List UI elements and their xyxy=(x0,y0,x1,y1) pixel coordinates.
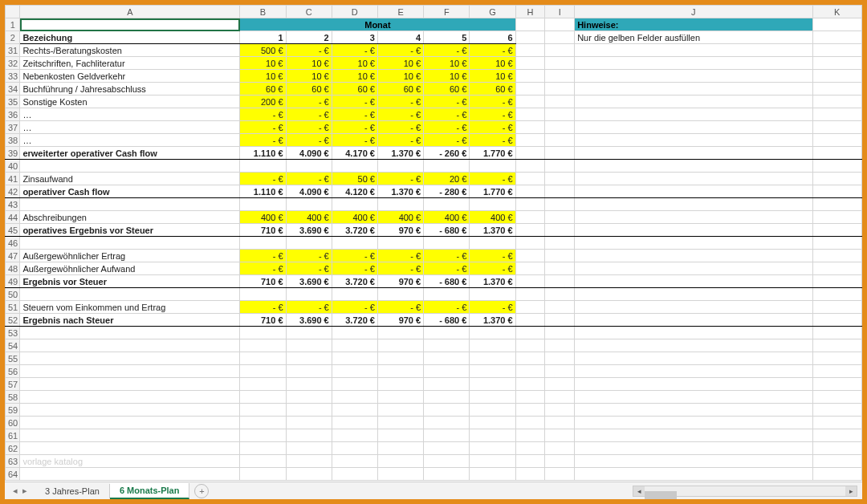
cell[interactable] xyxy=(812,121,861,134)
cell[interactable] xyxy=(812,224,861,237)
row-header[interactable]: 51 xyxy=(6,301,20,314)
cell[interactable] xyxy=(575,83,812,96)
cell[interactable] xyxy=(424,442,470,455)
data-cell[interactable]: - € xyxy=(377,108,423,121)
data-cell[interactable]: 10 € xyxy=(286,57,332,70)
cell[interactable] xyxy=(545,275,575,288)
data-cell[interactable]: - 260 € xyxy=(424,147,470,160)
cell[interactable] xyxy=(515,70,545,83)
data-cell[interactable]: - € xyxy=(332,262,377,275)
cell[interactable] xyxy=(515,44,545,57)
data-cell[interactable] xyxy=(470,198,515,211)
row-header[interactable]: 45 xyxy=(6,224,20,237)
cell[interactable] xyxy=(470,455,515,468)
cell[interactable] xyxy=(286,339,332,352)
cell[interactable] xyxy=(545,185,575,198)
worksheet-area[interactable]: A B C D E F G H I J K 1 Monat Hinweise: … xyxy=(5,5,862,482)
row-header[interactable]: 54 xyxy=(6,339,20,352)
data-cell[interactable]: 400 € xyxy=(332,211,377,224)
data-cell[interactable]: - € xyxy=(377,134,423,147)
data-cell[interactable]: 400 € xyxy=(377,211,423,224)
cell[interactable] xyxy=(424,365,470,378)
data-cell[interactable]: - € xyxy=(470,173,515,185)
cell[interactable] xyxy=(575,250,812,262)
cell[interactable] xyxy=(812,70,861,83)
hinweise-header[interactable]: Hinweise: xyxy=(575,18,812,31)
data-cell[interactable] xyxy=(286,198,332,211)
cell[interactable] xyxy=(545,198,575,211)
cell[interactable] xyxy=(240,365,286,378)
data-cell[interactable]: 60 € xyxy=(240,83,286,96)
cell[interactable] xyxy=(545,83,575,96)
cell[interactable] xyxy=(812,417,861,429)
col-C[interactable]: C xyxy=(286,6,332,18)
cell-A1[interactable] xyxy=(20,18,240,31)
row-header[interactable]: 39 xyxy=(6,147,20,160)
cell[interactable] xyxy=(545,44,575,57)
cell[interactable] xyxy=(545,365,575,378)
data-cell[interactable]: - € xyxy=(470,121,515,134)
cell[interactable] xyxy=(575,57,812,70)
data-cell[interactable]: - € xyxy=(286,44,332,57)
data-cell[interactable]: - 680 € xyxy=(424,314,470,327)
cell[interactable] xyxy=(545,108,575,121)
cell[interactable] xyxy=(812,365,861,378)
cell[interactable] xyxy=(575,147,812,160)
cell[interactable] xyxy=(545,134,575,147)
cell[interactable] xyxy=(545,314,575,327)
row-label[interactable]: operatives Ergebnis vor Steuer xyxy=(20,224,240,237)
row-label[interactable]: Steuern vom Einkommen und Ertrag xyxy=(20,301,240,314)
cell[interactable] xyxy=(812,429,861,442)
row-label[interactable] xyxy=(20,288,240,301)
cell[interactable] xyxy=(332,378,377,391)
cell[interactable] xyxy=(575,185,812,198)
month-3[interactable]: 3 xyxy=(332,31,377,44)
cell[interactable] xyxy=(545,378,575,391)
cell[interactable] xyxy=(470,429,515,442)
cell[interactable] xyxy=(20,352,240,365)
data-cell[interactable]: 3.720 € xyxy=(332,224,377,237)
row-header[interactable]: 34 xyxy=(6,83,20,96)
cell[interactable] xyxy=(515,275,545,288)
row-label[interactable]: Sonstige Kosten xyxy=(20,96,240,108)
data-cell[interactable]: - € xyxy=(424,108,470,121)
cell[interactable] xyxy=(812,301,861,314)
data-cell[interactable]: 4.090 € xyxy=(286,147,332,160)
data-cell[interactable]: 3.690 € xyxy=(286,275,332,288)
data-cell[interactable]: 1.110 € xyxy=(240,147,286,160)
cell[interactable] xyxy=(545,352,575,365)
cell[interactable] xyxy=(812,275,861,288)
cell[interactable] xyxy=(812,250,861,262)
row-header[interactable]: 32 xyxy=(6,57,20,70)
cell[interactable] xyxy=(240,391,286,404)
cell[interactable] xyxy=(515,352,545,365)
data-cell[interactable]: 710 € xyxy=(240,275,286,288)
cell[interactable] xyxy=(575,468,812,481)
row-label[interactable]: … xyxy=(20,121,240,134)
cell[interactable] xyxy=(515,237,545,250)
data-cell[interactable]: 60 € xyxy=(470,83,515,96)
cell[interactable] xyxy=(20,429,240,442)
cell[interactable] xyxy=(424,429,470,442)
cell[interactable] xyxy=(545,442,575,455)
horizontal-scrollbar[interactable]: ◂ ▸ xyxy=(633,486,857,497)
month-6[interactable]: 6 xyxy=(470,31,515,44)
cell[interactable] xyxy=(20,442,240,455)
cell[interactable] xyxy=(812,160,861,173)
cell[interactable] xyxy=(377,455,423,468)
cell[interactable] xyxy=(470,391,515,404)
cell[interactable] xyxy=(515,224,545,237)
col-F[interactable]: F xyxy=(424,6,470,18)
row-header[interactable]: 42 xyxy=(6,185,20,198)
data-cell[interactable]: - € xyxy=(240,262,286,275)
row-header[interactable]: 61 xyxy=(6,429,20,442)
cell[interactable] xyxy=(812,237,861,250)
cell[interactable] xyxy=(812,288,861,301)
cell[interactable] xyxy=(470,417,515,429)
data-cell[interactable] xyxy=(377,237,423,250)
data-cell[interactable] xyxy=(332,288,377,301)
cell[interactable] xyxy=(575,108,812,121)
data-cell[interactable] xyxy=(424,237,470,250)
data-cell[interactable] xyxy=(424,160,470,173)
row-label[interactable]: operativer Cash flow xyxy=(20,185,240,198)
